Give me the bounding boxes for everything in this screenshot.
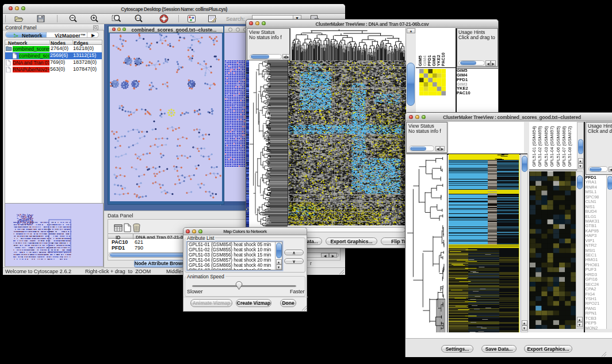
svg-text:1:1: 1:1: [136, 16, 140, 20]
